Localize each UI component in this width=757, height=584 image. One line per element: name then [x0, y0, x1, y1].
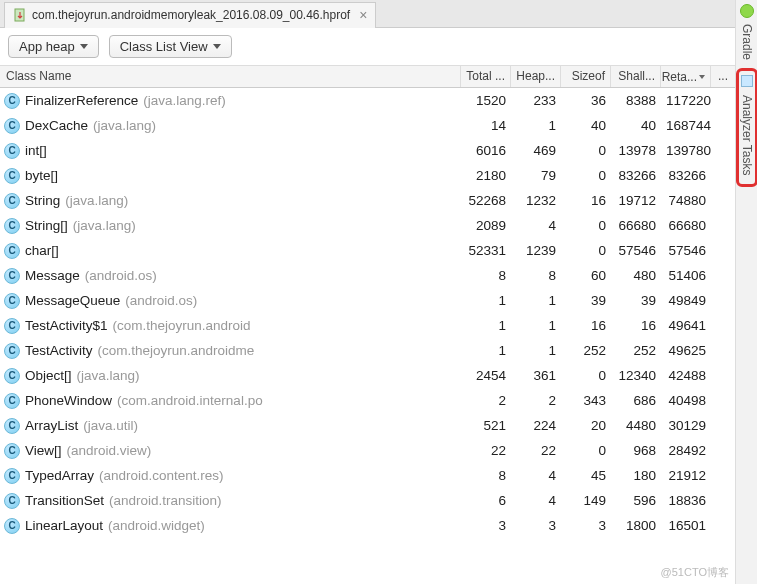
view-dropdown-label: Class List View — [120, 39, 208, 54]
class-icon: C — [4, 518, 20, 534]
heap-dropdown[interactable]: App heap — [8, 35, 99, 58]
heap-cell: 1 — [511, 116, 561, 135]
table-header: Class Name Total ... Heap... Sizeof Shal… — [0, 66, 735, 88]
package-name: (com.android.internal.po — [117, 393, 263, 408]
class-name-cell: CString (java.lang) — [0, 191, 461, 211]
shallow-cell: 83266 — [611, 166, 661, 185]
hprof-file-icon — [13, 8, 27, 22]
table-row[interactable]: CString[] (java.lang)2089406668066680 — [0, 213, 735, 238]
sidebar-gradle[interactable]: Gradle — [740, 18, 754, 66]
class-name-cell: CMessageQueue (android.os) — [0, 291, 461, 311]
tab-title: com.thejoyrun.androidmemoryleak_2016.08.… — [32, 8, 350, 22]
tab-bar: com.thejoyrun.androidmemoryleak_2016.08.… — [0, 0, 735, 28]
heap-cell: 469 — [511, 141, 561, 160]
column-class-name[interactable]: Class Name — [0, 66, 461, 87]
table-row[interactable]: Cchar[]52331123905754657546 — [0, 238, 735, 263]
retained-cell: 21912 — [661, 466, 711, 485]
close-icon[interactable]: × — [359, 7, 367, 23]
shallow-cell: 66680 — [611, 216, 661, 235]
retained-cell: 57546 — [661, 241, 711, 260]
class-icon: C — [4, 318, 20, 334]
table-row[interactable]: Cbyte[]21807908326683266 — [0, 163, 735, 188]
class-icon: C — [4, 368, 20, 384]
sidebar-analyzer-tasks[interactable]: Analyzer Tasks — [740, 89, 754, 181]
shallow-cell: 13978 — [611, 141, 661, 160]
table-row[interactable]: CObject[] (java.lang)245436101234042488 — [0, 363, 735, 388]
heap-cell: 1239 — [511, 241, 561, 260]
table-row[interactable]: CTestActivity$1 (com.thejoyrun.android11… — [0, 313, 735, 338]
class-icon: C — [4, 293, 20, 309]
table-row[interactable]: CView[] (android.view)2222096828492 — [0, 438, 735, 463]
table-row[interactable]: CArrayList (java.util)52122420448030129 — [0, 413, 735, 438]
retained-cell: 28492 — [661, 441, 711, 460]
class-name-cell: CTestActivity (com.thejoyrun.androidme — [0, 341, 461, 361]
file-tab[interactable]: com.thejoyrun.androidmemoryleak_2016.08.… — [4, 2, 376, 28]
sizeof-cell: 16 — [561, 191, 611, 210]
table-row[interactable]: CTransitionSet (android.transition)64149… — [0, 488, 735, 513]
table-row[interactable]: CString (java.lang)522681232161971274880 — [0, 188, 735, 213]
column-total[interactable]: Total ... — [461, 66, 511, 87]
retained-cell: 117220 — [661, 91, 711, 110]
class-name-cell: Cint[] — [0, 141, 461, 161]
table-row[interactable]: CMessageQueue (android.os)11393949849 — [0, 288, 735, 313]
heap-cell: 4 — [511, 491, 561, 510]
class-name-cell: CTestActivity$1 (com.thejoyrun.android — [0, 316, 461, 336]
column-heap[interactable]: Heap... — [511, 66, 561, 87]
class-name-cell: CArrayList (java.util) — [0, 416, 461, 436]
class-name: FinalizerReference — [25, 93, 138, 108]
class-name-cell: CObject[] (java.lang) — [0, 366, 461, 386]
column-options[interactable]: ... — [711, 66, 735, 87]
total-cell: 14 — [461, 116, 511, 135]
total-cell: 2454 — [461, 366, 511, 385]
sizeof-cell: 20 — [561, 416, 611, 435]
table-row[interactable]: CPhoneWindow (com.android.internal.po223… — [0, 388, 735, 413]
retained-cell: 74880 — [661, 191, 711, 210]
shallow-cell: 480 — [611, 266, 661, 285]
sizeof-cell: 0 — [561, 141, 611, 160]
class-icon: C — [4, 193, 20, 209]
class-name: TestActivity$1 — [25, 318, 108, 333]
table-row[interactable]: CMessage (android.os)886048051406 — [0, 263, 735, 288]
class-name-cell: CMessage (android.os) — [0, 266, 461, 286]
retained-cell: 51406 — [661, 266, 711, 285]
sizeof-cell: 0 — [561, 441, 611, 460]
total-cell: 6016 — [461, 141, 511, 160]
heap-cell: 22 — [511, 441, 561, 460]
sizeof-cell: 45 — [561, 466, 611, 485]
heap-cell: 3 — [511, 516, 561, 535]
retained-cell: 16501 — [661, 516, 711, 535]
table-row[interactable]: CDexCache (java.lang)1414040168744 — [0, 113, 735, 138]
total-cell: 22 — [461, 441, 511, 460]
chevron-down-icon — [80, 44, 88, 49]
total-cell: 2 — [461, 391, 511, 410]
column-sizeof[interactable]: Sizeof — [561, 66, 611, 87]
retained-cell: 42488 — [661, 366, 711, 385]
class-name: TypedArray — [25, 468, 94, 483]
retained-cell: 168744 — [661, 116, 711, 135]
class-icon: C — [4, 468, 20, 484]
table-row[interactable]: CLinearLayout (android.widget)3331800165… — [0, 513, 735, 538]
chevron-down-icon — [213, 44, 221, 49]
retained-cell: 49641 — [661, 316, 711, 335]
shallow-cell: 252 — [611, 341, 661, 360]
table-row[interactable]: Cint[]6016469013978139780 — [0, 138, 735, 163]
class-icon: C — [4, 218, 20, 234]
column-retained[interactable]: Reta... — [661, 66, 711, 87]
table-row[interactable]: CTypedArray (android.content.res)8445180… — [0, 463, 735, 488]
view-dropdown[interactable]: Class List View — [109, 35, 232, 58]
shallow-cell: 40 — [611, 116, 661, 135]
heap-dropdown-label: App heap — [19, 39, 75, 54]
heap-cell: 4 — [511, 216, 561, 235]
class-name-cell: CFinalizerReference (java.lang.ref) — [0, 91, 461, 111]
column-shallow[interactable]: Shall... — [611, 66, 661, 87]
table-row[interactable]: CTestActivity (com.thejoyrun.androidme11… — [0, 338, 735, 363]
class-name: DexCache — [25, 118, 88, 133]
class-name: Object[] — [25, 368, 72, 383]
total-cell: 2089 — [461, 216, 511, 235]
table-row[interactable]: CFinalizerReference (java.lang.ref)15202… — [0, 88, 735, 113]
shallow-cell: 686 — [611, 391, 661, 410]
class-name: MessageQueue — [25, 293, 120, 308]
package-name: (com.thejoyrun.android — [113, 318, 251, 333]
class-name: int[] — [25, 143, 47, 158]
class-icon: C — [4, 343, 20, 359]
